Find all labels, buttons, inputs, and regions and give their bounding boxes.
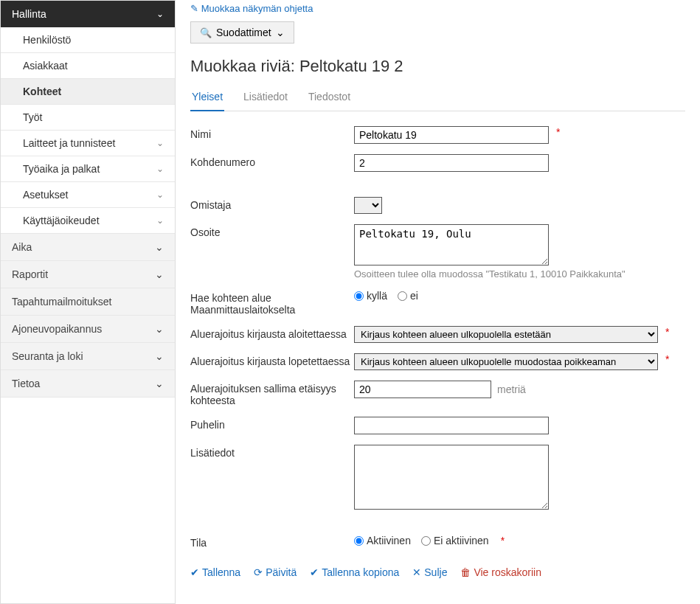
- sidebar-group-label: Tapahtumailmoitukset: [12, 296, 111, 308]
- sidebar-header-label: Hallinta: [12, 8, 46, 20]
- sidebar-item-label: Laitteet ja tunnisteet: [23, 137, 115, 149]
- required-marker: *: [665, 353, 669, 365]
- label-limit-start: Aluerajoitus kirjausta aloitettaessa: [190, 326, 354, 340]
- chevron-down-icon: ⌄: [155, 241, 164, 253]
- trash-button[interactable]: 🗑 Vie roskakoriin: [460, 566, 541, 578]
- save-copy-button[interactable]: ✔ Tallenna kopiona: [310, 566, 399, 578]
- chevron-down-icon: ⌄: [156, 138, 164, 148]
- close-icon: ✕: [412, 566, 421, 578]
- sidebar-item-label: Työt: [23, 111, 42, 123]
- label-name: Nimi: [190, 126, 354, 140]
- address-textarea[interactable]: Peltokatu 19, Oulu: [354, 224, 549, 265]
- sidebar-group-label: Ajoneuvopaikannus: [12, 323, 102, 335]
- sidebar-item-label: Kohteet: [23, 86, 61, 97]
- sidebar-group-label: Aika: [12, 241, 32, 253]
- sidebar-group-tietoa[interactable]: Tietoa ⌄: [1, 370, 175, 398]
- close-button[interactable]: ✕ Sulje: [412, 566, 447, 578]
- sidebar-item-label: Asiakkaat: [23, 60, 68, 72]
- chevron-down-icon: ⌄: [156, 190, 164, 200]
- check-icon: ✔: [190, 566, 199, 578]
- name-input[interactable]: [354, 126, 549, 144]
- sidebar-header-hallinta[interactable]: Hallinta ⌄: [1, 1, 175, 27]
- tabs: Yleiset Lisätiedot Tiedostot: [190, 86, 685, 111]
- chevron-down-icon: ⌄: [156, 164, 164, 174]
- sidebar: Hallinta ⌄ Henkilöstö Asiakkaat Kohteet …: [0, 0, 176, 604]
- page-title: Muokkaa riviä: Peltokatu 19 2: [190, 57, 685, 76]
- sidebar-group-label: Tietoa: [12, 378, 40, 389]
- radio-status-inactive-input[interactable]: [421, 536, 431, 546]
- tab-lisatiedot[interactable]: Lisätiedot: [242, 86, 289, 111]
- sidebar-group-aika[interactable]: Aika ⌄: [1, 234, 175, 261]
- sidebar-group-ajoneuvopaikannus[interactable]: Ajoneuvopaikannus ⌄: [1, 316, 175, 343]
- save-button[interactable]: ✔ Tallenna: [190, 566, 240, 578]
- filters-button-label: Suodattimet: [216, 27, 271, 38]
- sidebar-group-label: Raportit: [12, 268, 48, 280]
- search-icon: 🔍: [200, 27, 212, 38]
- sidebar-group-raportit[interactable]: Raportit ⌄: [1, 261, 175, 288]
- limit-start-select[interactable]: Kirjaus kohteen alueen ulkopuolella este…: [354, 326, 658, 343]
- radio-fetch-yes-input[interactable]: [354, 291, 364, 301]
- label-distance: Aluerajoituksen sallima etäisyys kohtees…: [190, 381, 354, 406]
- tab-tiedostot[interactable]: Tiedostot: [307, 86, 352, 111]
- info-textarea[interactable]: [354, 445, 549, 510]
- phone-input[interactable]: [354, 417, 549, 434]
- required-marker: *: [501, 535, 505, 546]
- check-icon: ✔: [310, 566, 319, 578]
- sidebar-item-laitteet[interactable]: Laitteet ja tunnisteet ⌄: [1, 131, 175, 156]
- action-bar: ✔ Tallenna ⟳ Päivitä ✔ Tallenna kopiona …: [190, 559, 685, 578]
- label-address: Osoite: [190, 224, 354, 238]
- radio-status-inactive[interactable]: Ei aktiivinen: [421, 535, 489, 546]
- owner-select[interactable]: [354, 197, 382, 214]
- main-content: Muokkaa näkymän ohjetta 🔍 Suodattimet ⌄ …: [176, 0, 700, 604]
- sidebar-group-label: Seuranta ja loki: [12, 350, 83, 362]
- radio-fetch-yes[interactable]: kyllä: [354, 290, 387, 302]
- label-fetch-area: Hae kohteen alue Maanmittauslaitokselta: [190, 290, 354, 316]
- chevron-down-icon: ⌄: [155, 323, 164, 335]
- edit-help-link[interactable]: Muokkaa näkymän ohjetta: [190, 0, 685, 21]
- sidebar-item-kayttajaoikeudet[interactable]: Käyttäjäoikeudet ⌄: [1, 208, 175, 234]
- chevron-down-icon: ⌄: [276, 27, 285, 38]
- sidebar-group-seuranta[interactable]: Seuranta ja loki ⌄: [1, 343, 175, 370]
- label-owner: Omistaja: [190, 197, 354, 211]
- label-limit-end: Aluerajoitus kirjausta lopetettaessa: [190, 353, 354, 367]
- sidebar-item-label: Käyttäjäoikeudet: [23, 215, 100, 226]
- sidebar-item-label: Työaika ja palkat: [23, 163, 100, 175]
- sidebar-item-tyot[interactable]: Työt: [1, 105, 175, 131]
- sidebar-item-asiakkaat[interactable]: Asiakkaat: [1, 53, 175, 79]
- radio-fetch-no-input[interactable]: [398, 291, 407, 301]
- required-marker: *: [665, 326, 669, 338]
- radio-status-active[interactable]: Aktiivinen: [354, 535, 411, 546]
- sidebar-item-kohteet[interactable]: Kohteet: [1, 79, 175, 105]
- distance-unit: metriä: [497, 381, 526, 395]
- label-info: Lisätiedot: [190, 445, 354, 459]
- sidebar-item-tyoaika[interactable]: Työaika ja palkat ⌄: [1, 156, 175, 182]
- trash-icon: 🗑: [460, 566, 471, 578]
- sidebar-group-tapahtumailmoitukset[interactable]: Tapahtumailmoitukset: [1, 288, 175, 316]
- sidebar-item-asetukset[interactable]: Asetukset ⌄: [1, 182, 175, 208]
- tab-yleiset[interactable]: Yleiset: [190, 86, 224, 111]
- chevron-down-icon: ⌄: [156, 9, 164, 19]
- sidebar-item-label: Henkilöstö: [23, 34, 71, 46]
- radio-status-active-input[interactable]: [354, 536, 364, 546]
- refresh-button[interactable]: ⟳ Päivitä: [254, 566, 297, 578]
- chevron-down-icon: ⌄: [155, 350, 164, 362]
- radio-fetch-no[interactable]: ei: [398, 290, 418, 302]
- label-target-number: Kohdenumero: [190, 154, 354, 168]
- required-marker: *: [556, 126, 560, 138]
- address-hint: Osoitteen tulee olla muodossa "Testikatu…: [190, 268, 685, 280]
- label-status: Tila: [190, 535, 354, 549]
- limit-end-select[interactable]: Kirjaus kohteen alueen ulkopuolelle muod…: [354, 353, 658, 370]
- filters-button[interactable]: 🔍 Suodattimet ⌄: [190, 21, 294, 44]
- sidebar-item-henkilosto[interactable]: Henkilöstö: [1, 27, 175, 53]
- target-number-input[interactable]: [354, 154, 549, 172]
- refresh-icon: ⟳: [254, 566, 263, 578]
- sidebar-item-label: Asetukset: [23, 189, 68, 201]
- chevron-down-icon: ⌄: [155, 268, 164, 280]
- label-phone: Puhelin: [190, 417, 354, 431]
- distance-input[interactable]: [354, 381, 491, 398]
- chevron-down-icon: ⌄: [155, 378, 164, 389]
- chevron-down-icon: ⌄: [156, 215, 164, 226]
